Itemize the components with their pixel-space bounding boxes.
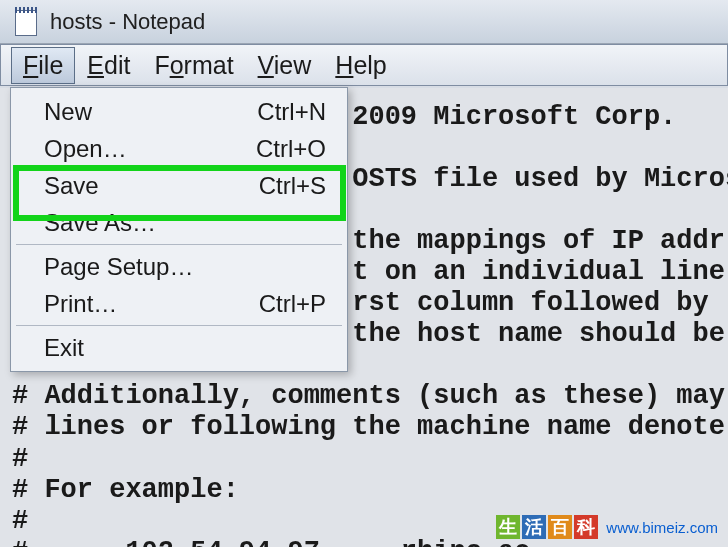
menu-help[interactable]: Help — [323, 47, 398, 84]
menu-edit[interactable]: Edit — [75, 47, 142, 84]
menu-format[interactable]: Format — [142, 47, 245, 84]
watermark-badge: 生 活 百 科 — [496, 515, 598, 539]
watermark-url: www.bimeiz.com — [606, 519, 718, 536]
menu-item-label: Print… — [44, 290, 117, 318]
notepad-app-icon — [14, 8, 38, 36]
menubar: File Edit Format View Help — [0, 44, 728, 86]
titlebar[interactable]: hosts - Notepad — [0, 0, 728, 44]
watermark: 生 活 百 科 www.bimeiz.com — [496, 515, 718, 539]
window-title: hosts - Notepad — [50, 9, 205, 35]
watermark-char: 百 — [548, 515, 572, 539]
file-menu-dropdown: New Ctrl+N Open… Ctrl+O Save Ctrl+S Save… — [10, 87, 348, 372]
menu-file[interactable]: File — [11, 47, 75, 84]
watermark-char: 科 — [574, 515, 598, 539]
menu-separator — [16, 325, 342, 326]
menu-item-label: Save As… — [44, 209, 156, 237]
menu-item-shortcut: Ctrl+S — [259, 172, 326, 200]
menu-item-label: Exit — [44, 334, 84, 362]
menu-view[interactable]: View — [246, 47, 324, 84]
menu-item-save-as[interactable]: Save As… — [14, 204, 344, 241]
menu-item-open[interactable]: Open… Ctrl+O — [14, 130, 344, 167]
menu-separator — [16, 244, 342, 245]
watermark-char: 生 — [496, 515, 520, 539]
menu-item-label: Open… — [44, 135, 127, 163]
notepad-window: hosts - Notepad File Edit Format View He… — [0, 0, 728, 547]
menu-item-print[interactable]: Print… Ctrl+P — [14, 285, 344, 322]
menu-item-label: New — [44, 98, 92, 126]
watermark-char: 活 — [522, 515, 546, 539]
menu-item-shortcut: Ctrl+N — [257, 98, 326, 126]
menu-item-page-setup[interactable]: Page Setup… — [14, 248, 344, 285]
menu-item-shortcut: Ctrl+P — [259, 290, 326, 318]
menu-item-label: Save — [44, 172, 99, 200]
menu-item-new[interactable]: New Ctrl+N — [14, 93, 344, 130]
menu-item-shortcut: Ctrl+O — [256, 135, 326, 163]
menu-item-label: Page Setup… — [44, 253, 193, 281]
menu-item-save[interactable]: Save Ctrl+S — [14, 167, 344, 204]
menu-item-exit[interactable]: Exit — [14, 329, 344, 366]
